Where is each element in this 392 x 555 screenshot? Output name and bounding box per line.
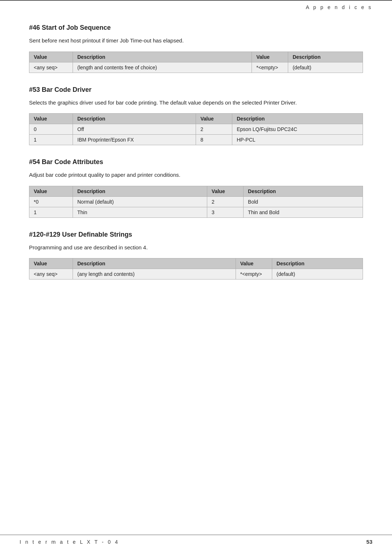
section-46-heading: #46 Start of Job Sequence <box>29 24 363 32</box>
cell-0-1: Normal (default) <box>73 196 207 207</box>
cell-0-1: Off <box>73 124 196 135</box>
table-row: 1 IBM Proprinter/Epson FX 8 HP-PCL <box>29 135 363 145</box>
table-header-desc2: Description <box>232 114 363 124</box>
table-header-desc2: Description <box>272 258 363 269</box>
cell-0-0: <any seq> <box>29 62 73 73</box>
cell-1-2: 8 <box>196 135 232 145</box>
cell-0-3: Bold <box>244 196 363 207</box>
section-54-heading: #54 Bar Code Attributes <box>29 158 363 166</box>
table-row: *0 Normal (default) 2 Bold <box>29 196 363 207</box>
section-54: #54 Bar Code Attributes Adjust bar code … <box>29 158 363 218</box>
table-row: 1 Thin 3 Thin and Bold <box>29 207 363 217</box>
cell-0-0: *0 <box>29 196 73 207</box>
table-header-desc2: Description <box>288 52 363 62</box>
table-header-desc1: Description <box>73 258 236 269</box>
footer-right: 53 <box>366 539 372 545</box>
cell-1-3: HP-PCL <box>232 135 363 145</box>
cell-0-3: (default) <box>288 62 363 73</box>
table-header-value1: Value <box>29 186 73 196</box>
cell-1-3: Thin and Bold <box>244 207 363 217</box>
section-120: #120-#129 User Definable Strings Program… <box>29 231 363 280</box>
section-54-table: Value Description Value Description *0 N… <box>29 186 363 218</box>
section-120-table: Value Description Value Description <any… <box>29 258 363 279</box>
table-row: 0 Off 2 Epson LQ/Fujitsu DPC24C <box>29 124 363 135</box>
cell-0-1: (any length and contents) <box>73 269 236 279</box>
table-row: <any seq> (any length and contents) *<em… <box>29 269 363 279</box>
cell-1-1: Thin <box>73 207 207 217</box>
table-header-value2: Value <box>252 52 288 62</box>
section-46-desc: Sent before next host printout if timer … <box>29 37 363 45</box>
cell-0-1: (length and contents free of choice) <box>73 62 252 73</box>
section-53-desc: Selects the graphics driver used for bar… <box>29 99 363 107</box>
cell-0-0: <any seq> <box>29 269 73 279</box>
table-header-desc1: Description <box>73 186 207 196</box>
table-header-value1: Value <box>29 258 73 269</box>
header-bar: A p p e n d i c e s <box>0 0 392 13</box>
table-header-value2: Value <box>196 114 232 124</box>
section-120-desc: Programming and use are described in sec… <box>29 244 363 252</box>
cell-0-2: 2 <box>207 196 244 207</box>
table-header-value1: Value <box>29 114 73 124</box>
cell-0-2: *<empty> <box>252 62 288 73</box>
cell-1-1: IBM Proprinter/Epson FX <box>73 135 196 145</box>
table-header-value1: Value <box>29 52 73 62</box>
header-title: A p p e n d i c e s <box>306 4 372 10</box>
table-header-desc1: Description <box>73 52 252 62</box>
footer-left: I n t e r m a t e L X T - 0 4 <box>20 539 119 545</box>
cell-1-0: 1 <box>29 207 73 217</box>
page: A p p e n d i c e s #46 Start of Job Seq… <box>0 0 392 555</box>
section-53-table: Value Description Value Description 0 Of… <box>29 113 363 145</box>
cell-0-0: 0 <box>29 124 73 135</box>
table-header-value2: Value <box>236 258 272 269</box>
section-46: #46 Start of Job Sequence Sent before ne… <box>29 24 363 73</box>
footer: I n t e r m a t e L X T - 0 4 53 <box>0 535 392 545</box>
cell-1-0: 1 <box>29 135 73 145</box>
cell-0-2: *<empty> <box>236 269 272 279</box>
table-header-desc1: Description <box>73 114 196 124</box>
section-53-heading: #53 Bar Code Driver <box>29 86 363 94</box>
content: #46 Start of Job Sequence Sent before ne… <box>0 17 392 322</box>
cell-0-2: 2 <box>196 124 232 135</box>
section-46-table: Value Description Value Description <any… <box>29 52 363 73</box>
table-row: <any seq> (length and contents free of c… <box>29 62 363 73</box>
cell-1-2: 3 <box>207 207 244 217</box>
section-54-desc: Adjust bar code printout quality to pape… <box>29 171 363 179</box>
table-header-value2: Value <box>207 186 244 196</box>
section-120-heading: #120-#129 User Definable Strings <box>29 231 363 238</box>
cell-0-3: (default) <box>272 269 363 279</box>
cell-0-3: Epson LQ/Fujitsu DPC24C <box>232 124 363 135</box>
section-53: #53 Bar Code Driver Selects the graphics… <box>29 86 363 146</box>
table-header-desc2: Description <box>244 186 363 196</box>
